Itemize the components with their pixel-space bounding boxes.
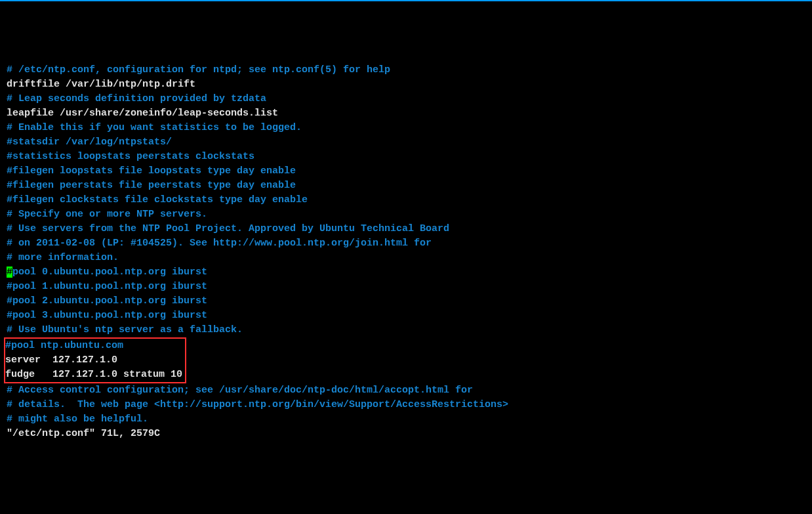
config-comment: #pool 3.ubuntu.pool.ntp.org iburst: [7, 309, 805, 323]
config-comment: #filegen clockstats file clockstats type…: [7, 193, 805, 207]
config-comment-rest: pool 0.ubuntu.pool.ntp.org iburst: [12, 267, 207, 278]
cursor-position: #: [7, 267, 12, 278]
config-directive: leapfile /usr/share/zoneinfo/leap-second…: [7, 106, 805, 121]
config-comment: #pool ntp.ubuntu.com: [5, 339, 182, 353]
config-comment: # Use Ubuntu's ntp server as a fallback.: [7, 323, 805, 337]
config-directive: server 127.127.1.0: [5, 353, 182, 368]
config-directive: fudge 127.127.1.0 stratum 10: [5, 368, 182, 382]
config-comment: # Leap seconds definition provided by tz…: [7, 92, 805, 106]
config-comment: # might also be helpful.: [7, 412, 805, 427]
config-comment: # Access control configuration; see /usr…: [7, 383, 805, 398]
config-comment: # on 2011-02-08 (LP: #104525). See http:…: [7, 236, 805, 251]
vim-status-line: "/etc/ntp.conf" 71L, 2579C: [7, 427, 805, 441]
terminal-editor[interactable]: # /etc/ntp.conf, configuration for ntpd;…: [7, 63, 805, 441]
config-comment: #filegen peerstats file peerstats type d…: [7, 179, 805, 193]
config-comment: #pool 2.ubuntu.pool.ntp.org iburst: [7, 294, 805, 309]
config-comment: # Enable this if you want statistics to …: [7, 121, 805, 135]
config-comment: #statsdir /var/log/ntpstats/: [7, 135, 805, 150]
config-comment: #pool 0.ubuntu.pool.ntp.org iburst: [7, 265, 805, 280]
config-comment: #pool 1.ubuntu.pool.ntp.org iburst: [7, 280, 805, 294]
config-directive: driftfile /var/lib/ntp/ntp.drift: [7, 77, 805, 92]
config-comment: # more information.: [7, 251, 805, 265]
config-comment: # /etc/ntp.conf, configuration for ntpd;…: [7, 63, 805, 77]
config-comment: # details. The web page <http://support.…: [7, 398, 805, 412]
config-comment: # Specify one or more NTP servers.: [7, 207, 805, 222]
config-comment: #statistics loopstats peerstats clocksta…: [7, 150, 805, 164]
config-comment: #filegen loopstats file loopstats type d…: [7, 164, 805, 179]
highlight-annotation-box: #pool ntp.ubuntu.comserver 127.127.1.0fu…: [4, 337, 186, 383]
config-comment: # Use servers from the NTP Pool Project.…: [7, 222, 805, 236]
